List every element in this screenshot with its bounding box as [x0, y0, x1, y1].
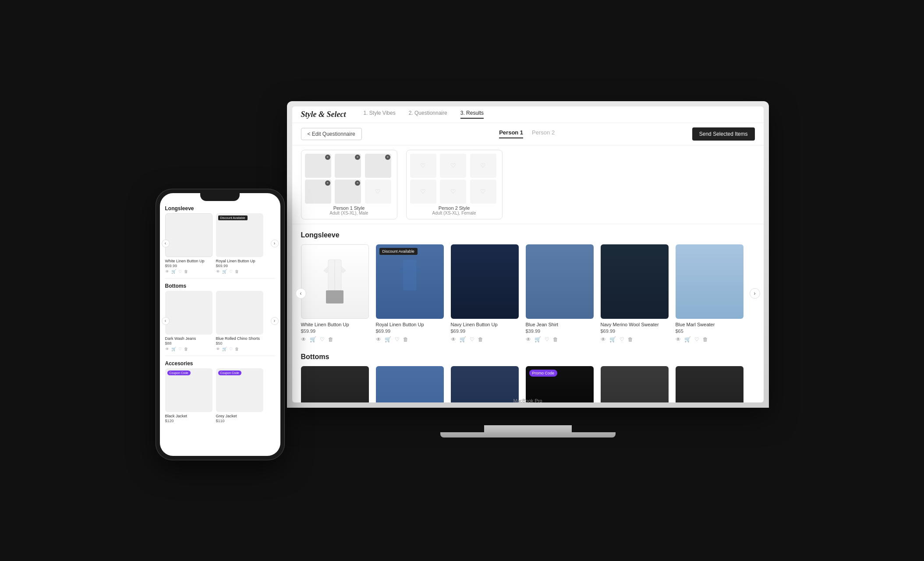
delete-icon[interactable]: 🗑: [553, 336, 558, 342]
macbook-screen: Style & Select 1. Style Vibes 2. Questio…: [292, 106, 764, 402]
longsleeve-next-button[interactable]: ›: [750, 288, 760, 299]
phone-view-icon[interactable]: 👁: [165, 347, 169, 351]
phone-longsleeve-prev[interactable]: ‹: [162, 240, 170, 247]
phone-heart-icon[interactable]: ♡: [178, 269, 182, 274]
cart-icon[interactable]: 🛒: [535, 336, 541, 342]
phone-delete-icon[interactable]: 🗑: [235, 269, 239, 274]
style-cell-4: ×: [305, 180, 331, 204]
delete-icon[interactable]: 🗑: [478, 336, 483, 342]
phone-product-black-jacket: Coupon Code Black Jacket $120: [165, 368, 212, 424]
p2-style-cell-1[interactable]: ♡: [410, 154, 436, 178]
p2-style-cell-3[interactable]: ♡: [470, 154, 496, 178]
promo-badge-black-slim: Promo Code: [529, 370, 558, 377]
style-cell-3: ×: [365, 154, 391, 178]
close-icon[interactable]: ×: [355, 155, 360, 160]
delete-icon[interactable]: 🗑: [403, 336, 408, 342]
send-selected-items-button[interactable]: Send Selected Items: [692, 127, 755, 141]
phone-longsleeve-title: Longsleeve: [165, 205, 275, 212]
phone-cart-icon[interactable]: 🛒: [222, 347, 227, 351]
phone-delete-icon[interactable]: 🗑: [184, 347, 188, 351]
heart-icon[interactable]: ♡: [620, 336, 624, 342]
product-actions-blue-jean: 👁 🛒 ♡ 🗑: [526, 336, 594, 342]
phone-delete-icon[interactable]: 🗑: [184, 269, 188, 274]
product-name-royal-linen: Royal Linen Button Up: [376, 321, 444, 328]
phone-heart-icon[interactable]: ♡: [229, 269, 233, 274]
product-price-blue-marl: $65: [676, 328, 743, 334]
cart-icon[interactable]: 🛒: [684, 336, 691, 342]
tab-questionnaire[interactable]: 2. Questionnaire: [409, 110, 447, 119]
phone-accessories-section: Accesories Coupon Code Black Jacket $120: [165, 360, 275, 424]
delete-icon[interactable]: 🗑: [628, 336, 633, 342]
close-icon[interactable]: ×: [325, 155, 330, 160]
phone-longsleeve-next[interactable]: ›: [271, 240, 279, 247]
product-image-charcoal-slim: [601, 366, 669, 402]
phone-view-icon[interactable]: 👁: [216, 347, 220, 351]
close-icon[interactable]: ×: [325, 180, 330, 186]
delete-icon[interactable]: 🗑: [703, 336, 708, 342]
product-image-slim-dark-jeans: [451, 366, 519, 402]
tab-results[interactable]: 3. Results: [460, 110, 484, 119]
person1-tab[interactable]: Person 1: [499, 129, 523, 138]
phone-heart-icon[interactable]: ♡: [229, 347, 233, 351]
phone-bottoms-section: Bottoms ‹ Dark Wash Jeans $88 👁 🛒 ♡: [165, 283, 275, 351]
phone-divider-1: [165, 278, 275, 279]
cart-icon[interactable]: 🛒: [385, 336, 391, 342]
product-image-blue-marl: [676, 244, 743, 319]
longsleeve-prev-button[interactable]: ‹: [296, 288, 306, 299]
product-image-royal-linen: Discount Available: [376, 244, 444, 319]
heart-icon[interactable]: ♡: [320, 336, 325, 342]
phone-bottoms-title: Bottoms: [165, 283, 275, 289]
heart-icon[interactable]: ♡: [470, 336, 474, 342]
heart-icon[interactable]: ♡: [395, 336, 400, 342]
phone-cart-icon[interactable]: 🛒: [222, 269, 227, 274]
phone-delete-icon[interactable]: 🗑: [235, 347, 239, 351]
phone-image-black-jacket: Coupon Code: [165, 368, 212, 412]
heart-icon[interactable]: ♡: [545, 336, 549, 342]
main-content: Longsleeve ‹: [292, 224, 764, 402]
phone-longsleeve-row: ‹ White Linen Button Up $59.99 👁 🛒 ♡ 🗑: [165, 213, 275, 274]
delete-icon[interactable]: 🗑: [328, 336, 333, 342]
p2-style-cell-5[interactable]: ♡: [440, 180, 466, 204]
heart-icon: ♡: [420, 188, 426, 195]
phone-image-white-linen: [165, 213, 212, 257]
person1-style-sublabel: Adult (XS-XL), Male: [305, 211, 393, 215]
phone-bottoms-next[interactable]: ›: [271, 317, 279, 325]
tab-style-vibes[interactable]: 1. Style Vibes: [363, 110, 395, 119]
product-card-slim-dark-jeans: Slim Dark Jeans $75 👁 🛒 ♡ 🗑: [451, 366, 519, 402]
view-icon[interactable]: 👁: [451, 336, 456, 342]
product-card-royal-linen: Discount Available Royal Linen Button Up…: [376, 244, 444, 342]
close-icon[interactable]: ×: [385, 155, 390, 160]
phone-cart-icon[interactable]: 🛒: [171, 347, 176, 351]
phone-actions-dark-jeans: 👁 🛒 ♡ 🗑: [165, 347, 212, 351]
product-image-navy-sweater: [601, 244, 669, 319]
phone-image-dark-jeans: [165, 291, 212, 335]
product-price-navy-linen: $69.99: [451, 328, 519, 334]
view-icon[interactable]: 👁: [601, 336, 606, 342]
p2-style-cell-6[interactable]: ♡: [470, 180, 496, 204]
p2-style-cell-2[interactable]: ♡: [440, 154, 466, 178]
heart-icon[interactable]: ♡: [694, 336, 699, 342]
phone-heart-icon[interactable]: ♡: [178, 347, 182, 351]
cart-icon[interactable]: 🛒: [609, 336, 616, 342]
product-image-white-linen: [301, 244, 369, 319]
view-icon[interactable]: 👁: [526, 336, 531, 342]
product-name-navy-linen: Navy Linen Button Up: [451, 321, 519, 328]
edit-questionnaire-button[interactable]: < Edit Questionnaire: [301, 128, 362, 140]
view-icon[interactable]: 👁: [376, 336, 381, 342]
style-cell-6[interactable]: ♡: [365, 180, 391, 204]
cart-icon[interactable]: 🛒: [310, 336, 316, 342]
view-icon[interactable]: 👁: [301, 336, 306, 342]
phone-actions-white-linen: 👁 🛒 ♡ 🗑: [165, 269, 212, 274]
phone-cart-icon[interactable]: 🛒: [171, 269, 176, 274]
product-image-navy-linen: [451, 244, 519, 319]
phone-view-icon[interactable]: 👁: [165, 269, 169, 274]
phone-price-grey-jacket: $110: [216, 419, 263, 423]
close-icon[interactable]: ×: [355, 180, 360, 186]
phone-bottoms-prev[interactable]: ‹: [162, 317, 170, 325]
person2-tab[interactable]: Person 2: [532, 129, 555, 138]
p2-style-cell-4[interactable]: ♡: [410, 180, 436, 204]
phone-product-grey-jacket: Coupon Code Grey Jacket $110: [216, 368, 263, 424]
phone-view-icon[interactable]: 👁: [216, 269, 220, 274]
view-icon[interactable]: 👁: [676, 336, 681, 342]
cart-icon[interactable]: 🛒: [460, 336, 466, 342]
